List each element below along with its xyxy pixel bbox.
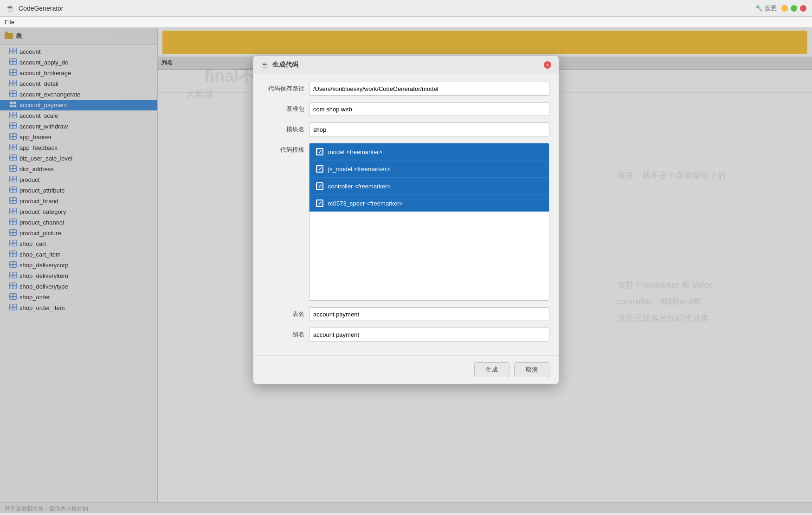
menubar: File [0, 17, 812, 28]
modal-titlebar: ☕ 生成代码 × [253, 56, 559, 74]
titlebar: ☕ CodeGenerator 🔧 设置 [0, 0, 812, 17]
alias-label: 别名 [263, 328, 304, 339]
file-menu[interactable]: File [5, 19, 14, 26]
table-name-label: 表名 [263, 307, 304, 318]
template-label-js-model: js_model <freemarker> [328, 166, 390, 173]
modal-close-button[interactable]: × [544, 61, 551, 69]
table-name-row: 表名 [263, 307, 549, 321]
titlebar-left: ☕ CodeGenerator [6, 4, 64, 13]
module-label: 模块名 [263, 122, 304, 134]
modal-footer: 生成 取消 [253, 355, 559, 384]
base-package-input[interactable] [309, 102, 549, 116]
template-label-model: model <freemarker> [328, 148, 382, 155]
main-layout: 表 account account_apply_do account_broke… [0, 28, 812, 513]
template-list: model <freemarker> js_model <freemarker>… [309, 143, 549, 301]
template-checkbox-model[interactable] [316, 148, 323, 155]
template-item-spder[interactable]: rc0573_spder <freemarker> [309, 195, 549, 212]
base-package-row: 基准包 [263, 102, 549, 116]
template-item-js-model[interactable]: js_model <freemarker> [309, 161, 549, 178]
template-label-spder: rc0573_spder <freemarker> [328, 200, 403, 207]
template-item-model[interactable]: model <freemarker> [309, 143, 549, 161]
modal-overlay: ☕ 生成代码 × 代码保存路径 基准包 模块名 [0, 28, 812, 513]
minimize-button[interactable] [781, 5, 788, 12]
generate-code-dialog: ☕ 生成代码 × 代码保存路径 基准包 模块名 [253, 56, 559, 384]
template-label-controller: controller <freemarker> [328, 183, 391, 190]
modal-title: 生成代码 [272, 61, 298, 69]
traffic-lights [781, 5, 806, 12]
template-label: 代码模板 [263, 143, 304, 154]
path-label: 代码保存路径 [263, 82, 304, 93]
path-input[interactable] [309, 82, 549, 96]
module-input[interactable] [309, 122, 549, 136]
template-row: 代码模板 model <freemarker> js_model <freema… [263, 143, 549, 301]
modal-body: 代码保存路径 基准包 模块名 代码模板 [253, 74, 559, 355]
settings-label: 设置 [765, 4, 777, 13]
close-button[interactable] [800, 5, 806, 12]
titlebar-right: 🔧 设置 [755, 4, 806, 13]
settings-icon: 🔧 [755, 5, 763, 12]
module-row: 模块名 [263, 122, 549, 136]
template-checkbox-js-model[interactable] [316, 165, 323, 173]
app-title: CodeGenerator [19, 5, 64, 12]
maximize-button[interactable] [791, 5, 797, 12]
settings-button[interactable]: 🔧 设置 [755, 4, 777, 13]
path-row: 代码保存路径 [263, 82, 549, 96]
cancel-button[interactable]: 取消 [514, 362, 549, 377]
template-checkbox-controller[interactable] [316, 182, 323, 190]
base-package-label: 基准包 [263, 102, 304, 113]
modal-icon: ☕ [261, 61, 269, 69]
generate-button[interactable]: 生成 [474, 362, 509, 377]
modal-title-left: ☕ 生成代码 [261, 61, 298, 69]
alias-row: 别名 [263, 328, 549, 341]
template-item-controller[interactable]: controller <freemarker> [309, 178, 549, 195]
alias-input[interactable] [309, 328, 549, 341]
app-icon: ☕ [6, 4, 15, 13]
template-checkbox-spder[interactable] [316, 200, 323, 207]
table-name-input[interactable] [309, 307, 549, 321]
